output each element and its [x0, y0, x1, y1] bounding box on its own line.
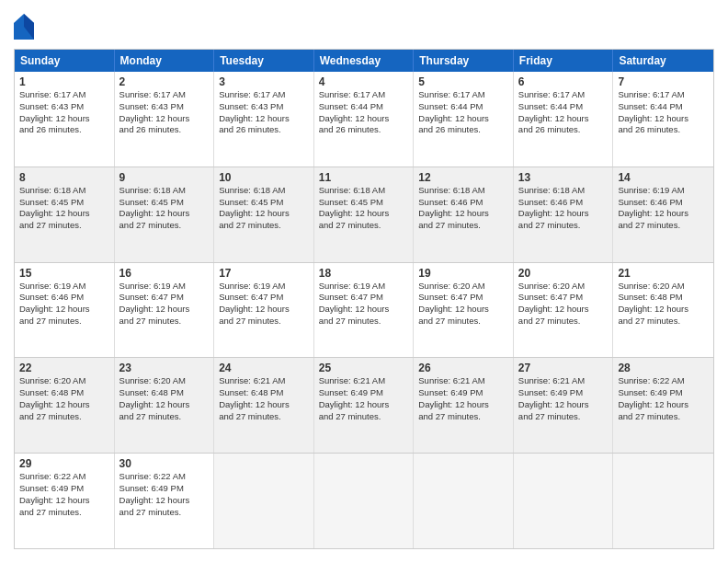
day-info: Sunrise: 6:17 AM Sunset: 6:43 PM Dayligh… — [119, 89, 210, 136]
day-info: Sunrise: 6:19 AM Sunset: 6:47 PM Dayligh… — [219, 281, 309, 327]
day-info: Sunrise: 6:21 AM Sunset: 6:49 PM Dayligh… — [418, 375, 508, 422]
day-number: 21 — [618, 267, 709, 280]
day-info: Sunrise: 6:18 AM Sunset: 6:45 PM Dayligh… — [119, 185, 210, 232]
calendar-cell: 30Sunrise: 6:22 AM Sunset: 6:49 PM Dayli… — [115, 454, 215, 548]
day-info: Sunrise: 6:18 AM Sunset: 6:45 PM Dayligh… — [319, 185, 409, 232]
day-info: Sunrise: 6:17 AM Sunset: 6:43 PM Dayligh… — [19, 89, 109, 136]
day-number: 9 — [119, 171, 210, 184]
header-day-wednesday: Wednesday — [314, 50, 415, 72]
calendar-cell: 3Sunrise: 6:17 AM Sunset: 6:43 PM Daylig… — [214, 72, 314, 167]
day-number: 23 — [119, 362, 210, 374]
header-day-friday: Friday — [514, 50, 614, 72]
day-info: Sunrise: 6:17 AM Sunset: 6:44 PM Dayligh… — [618, 89, 709, 136]
calendar-header: SundayMondayTuesdayWednesdayThursdayFrid… — [15, 50, 713, 72]
calendar-cell: 25Sunrise: 6:21 AM Sunset: 6:49 PM Dayli… — [314, 358, 415, 453]
day-info: Sunrise: 6:17 AM Sunset: 6:44 PM Dayligh… — [518, 89, 609, 136]
day-number: 29 — [19, 457, 109, 470]
calendar-cell: 16Sunrise: 6:19 AM Sunset: 6:47 PM Dayli… — [115, 263, 215, 358]
calendar-cell: 13Sunrise: 6:18 AM Sunset: 6:46 PM Dayli… — [514, 167, 614, 262]
calendar-cell: 8Sunrise: 6:18 AM Sunset: 6:45 PM Daylig… — [15, 167, 115, 262]
calendar-cell: 7Sunrise: 6:17 AM Sunset: 6:44 PM Daylig… — [613, 72, 713, 167]
header — [14, 14, 714, 40]
day-number: 30 — [119, 457, 210, 470]
calendar-cell — [314, 454, 415, 548]
day-number: 25 — [319, 362, 409, 374]
calendar-cell: 12Sunrise: 6:18 AM Sunset: 6:46 PM Dayli… — [414, 167, 514, 262]
day-info: Sunrise: 6:17 AM Sunset: 6:43 PM Dayligh… — [219, 89, 309, 136]
day-number: 8 — [19, 171, 109, 184]
day-number: 11 — [319, 171, 409, 184]
calendar-cell: 23Sunrise: 6:20 AM Sunset: 6:48 PM Dayli… — [115, 358, 215, 453]
day-info: Sunrise: 6:18 AM Sunset: 6:46 PM Dayligh… — [418, 185, 508, 232]
calendar-cell: 10Sunrise: 6:18 AM Sunset: 6:45 PM Dayli… — [214, 167, 314, 262]
calendar-cell: 22Sunrise: 6:20 AM Sunset: 6:48 PM Dayli… — [15, 358, 115, 453]
day-number: 10 — [219, 171, 309, 184]
day-number: 14 — [618, 171, 709, 184]
day-number: 27 — [518, 362, 609, 374]
day-info: Sunrise: 6:18 AM Sunset: 6:45 PM Dayligh… — [19, 185, 109, 232]
day-number: 28 — [618, 362, 709, 374]
calendar-cell: 2Sunrise: 6:17 AM Sunset: 6:43 PM Daylig… — [115, 72, 215, 167]
day-info: Sunrise: 6:20 AM Sunset: 6:47 PM Dayligh… — [418, 281, 508, 327]
calendar-row-5: 29Sunrise: 6:22 AM Sunset: 6:49 PM Dayli… — [15, 453, 713, 548]
calendar-cell: 14Sunrise: 6:19 AM Sunset: 6:46 PM Dayli… — [613, 167, 713, 262]
day-number: 20 — [518, 267, 609, 280]
header-day-tuesday: Tuesday — [214, 50, 314, 72]
logo-icon — [14, 14, 34, 40]
day-number: 24 — [219, 362, 309, 374]
calendar-cell: 27Sunrise: 6:21 AM Sunset: 6:49 PM Dayli… — [514, 358, 614, 453]
calendar-cell: 5Sunrise: 6:17 AM Sunset: 6:44 PM Daylig… — [414, 72, 514, 167]
calendar-cell: 26Sunrise: 6:21 AM Sunset: 6:49 PM Dayli… — [414, 358, 514, 453]
calendar-cell — [214, 454, 314, 548]
calendar-row-3: 15Sunrise: 6:19 AM Sunset: 6:46 PM Dayli… — [15, 262, 713, 358]
day-info: Sunrise: 6:21 AM Sunset: 6:48 PM Dayligh… — [219, 375, 309, 422]
day-info: Sunrise: 6:20 AM Sunset: 6:47 PM Dayligh… — [518, 281, 609, 327]
day-number: 2 — [119, 75, 210, 88]
header-day-thursday: Thursday — [414, 50, 514, 72]
calendar-cell — [514, 454, 614, 548]
header-day-monday: Monday — [115, 50, 215, 72]
calendar-cell: 1Sunrise: 6:17 AM Sunset: 6:43 PM Daylig… — [15, 72, 115, 167]
calendar-cell: 15Sunrise: 6:19 AM Sunset: 6:46 PM Dayli… — [15, 263, 115, 358]
day-info: Sunrise: 6:20 AM Sunset: 6:48 PM Dayligh… — [119, 375, 210, 422]
calendar-row-4: 22Sunrise: 6:20 AM Sunset: 6:48 PM Dayli… — [15, 357, 713, 453]
calendar-body: 1Sunrise: 6:17 AM Sunset: 6:43 PM Daylig… — [15, 72, 713, 548]
day-info: Sunrise: 6:22 AM Sunset: 6:49 PM Dayligh… — [119, 471, 210, 518]
calendar-cell: 28Sunrise: 6:22 AM Sunset: 6:49 PM Dayli… — [613, 358, 713, 453]
calendar-cell: 9Sunrise: 6:18 AM Sunset: 6:45 PM Daylig… — [115, 167, 215, 262]
calendar-page: SundayMondayTuesdayWednesdayThursdayFrid… — [0, 0, 728, 563]
day-info: Sunrise: 6:17 AM Sunset: 6:44 PM Dayligh… — [319, 89, 409, 136]
calendar-cell: 17Sunrise: 6:19 AM Sunset: 6:47 PM Dayli… — [214, 263, 314, 358]
header-day-sunday: Sunday — [15, 50, 115, 72]
day-number: 15 — [19, 267, 109, 280]
day-number: 18 — [319, 267, 409, 280]
calendar: SundayMondayTuesdayWednesdayThursdayFrid… — [14, 49, 714, 549]
calendar-cell: 21Sunrise: 6:20 AM Sunset: 6:48 PM Dayli… — [613, 263, 713, 358]
day-info: Sunrise: 6:19 AM Sunset: 6:46 PM Dayligh… — [618, 185, 709, 232]
logo — [14, 14, 37, 40]
day-info: Sunrise: 6:18 AM Sunset: 6:45 PM Dayligh… — [219, 185, 309, 232]
calendar-cell: 20Sunrise: 6:20 AM Sunset: 6:47 PM Dayli… — [514, 263, 614, 358]
day-info: Sunrise: 6:21 AM Sunset: 6:49 PM Dayligh… — [319, 375, 409, 422]
calendar-cell: 18Sunrise: 6:19 AM Sunset: 6:47 PM Dayli… — [314, 263, 415, 358]
day-info: Sunrise: 6:19 AM Sunset: 6:47 PM Dayligh… — [319, 281, 409, 327]
day-info: Sunrise: 6:18 AM Sunset: 6:46 PM Dayligh… — [518, 185, 609, 232]
day-info: Sunrise: 6:22 AM Sunset: 6:49 PM Dayligh… — [19, 471, 109, 518]
day-number: 13 — [518, 171, 609, 184]
calendar-cell: 6Sunrise: 6:17 AM Sunset: 6:44 PM Daylig… — [514, 72, 614, 167]
day-number: 5 — [418, 75, 508, 88]
calendar-cell — [414, 454, 514, 548]
calendar-cell: 19Sunrise: 6:20 AM Sunset: 6:47 PM Dayli… — [414, 263, 514, 358]
day-info: Sunrise: 6:17 AM Sunset: 6:44 PM Dayligh… — [418, 89, 508, 136]
day-number: 12 — [418, 171, 508, 184]
day-info: Sunrise: 6:19 AM Sunset: 6:47 PM Dayligh… — [119, 281, 210, 327]
calendar-cell: 29Sunrise: 6:22 AM Sunset: 6:49 PM Dayli… — [15, 454, 115, 548]
day-info: Sunrise: 6:22 AM Sunset: 6:49 PM Dayligh… — [618, 375, 709, 422]
calendar-row-2: 8Sunrise: 6:18 AM Sunset: 6:45 PM Daylig… — [15, 167, 713, 262]
day-info: Sunrise: 6:20 AM Sunset: 6:48 PM Dayligh… — [618, 281, 709, 327]
day-number: 4 — [319, 75, 409, 88]
day-info: Sunrise: 6:20 AM Sunset: 6:48 PM Dayligh… — [19, 375, 109, 422]
day-number: 1 — [19, 75, 109, 88]
calendar-row-1: 1Sunrise: 6:17 AM Sunset: 6:43 PM Daylig… — [15, 72, 713, 167]
day-number: 3 — [219, 75, 309, 88]
